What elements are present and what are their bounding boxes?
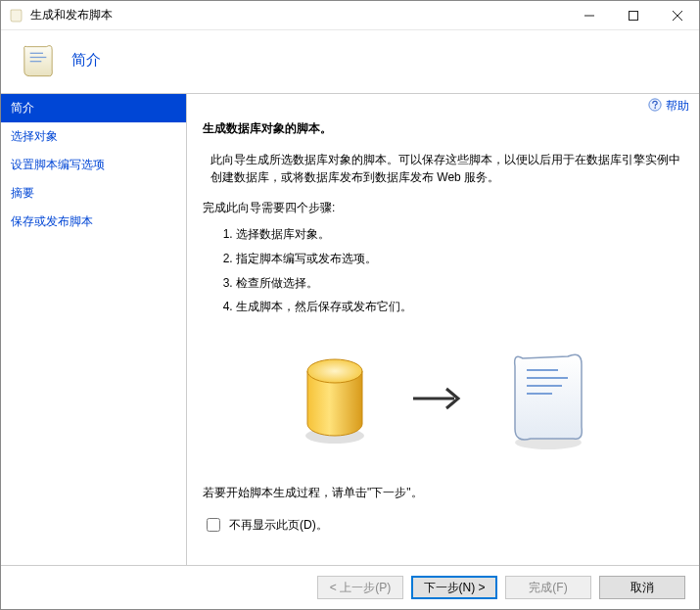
title-bar: 生成和发布脚本 (1, 1, 699, 30)
window-controls (567, 1, 699, 30)
sidebar-item-choose-objects[interactable]: 选择对象 (1, 122, 186, 151)
dont-show-again-input[interactable] (207, 518, 220, 532)
steps-heading: 完成此向导需要四个步骤: (203, 200, 683, 216)
window-title: 生成和发布脚本 (30, 7, 567, 23)
script-icon (19, 40, 58, 79)
sidebar-item-save-publish[interactable]: 保存或发布脚本 (1, 208, 186, 236)
dont-show-again-checkbox[interactable]: 不再显示此页(D)。 (203, 515, 683, 535)
close-button[interactable] (655, 1, 699, 30)
help-icon (648, 98, 662, 115)
previous-button: < 上一步(P) (317, 576, 403, 599)
wizard-content: 帮助 生成数据库对象的脚本。 此向导生成所选数据库对象的脚本。可以保存这些脚本，… (187, 94, 699, 565)
svg-point-8 (654, 107, 656, 109)
checkbox-label: 不再显示此页(D)。 (229, 517, 328, 534)
sidebar-item-intro[interactable]: 简介 (1, 94, 186, 122)
page-heading: 简介 (71, 51, 101, 70)
wizard-body: 简介 选择对象 设置脚本编写选项 摘要 保存或发布脚本 帮助 (1, 93, 699, 565)
button-bar: < 上一步(P) 下一步(N) > 完成(F) 取消 (1, 565, 699, 609)
illustration (203, 345, 683, 455)
database-icon (296, 350, 374, 450)
finish-button: 完成(F) (505, 576, 591, 599)
wizard-header: 简介 (1, 30, 699, 93)
intro-paragraph: 此向导生成所选数据库对象的脚本。可以保存这些脚本，以便以后用于在数据库引擎实例中… (210, 151, 683, 186)
sidebar-item-set-options[interactable]: 设置脚本编写选项 (1, 151, 186, 179)
step-item: 指定脚本编写或发布选项。 (236, 251, 683, 267)
help-link[interactable]: 帮助 (648, 98, 689, 115)
content-title: 生成数据库对象的脚本。 (203, 120, 683, 137)
app-icon (9, 8, 24, 23)
step-item: 选择数据库对象。 (236, 226, 683, 243)
help-label: 帮助 (666, 98, 689, 115)
step-item: 检查所做选择。 (236, 275, 683, 292)
script-doc-icon (503, 345, 591, 455)
steps-list: 选择数据库对象。 指定脚本编写或发布选项。 检查所做选择。 生成脚本，然后保存或… (218, 226, 683, 315)
cancel-button[interactable]: 取消 (599, 576, 685, 599)
maximize-button[interactable] (611, 1, 655, 30)
sidebar-item-summary[interactable]: 摘要 (1, 179, 186, 208)
step-item: 生成脚本，然后保存或发布它们。 (236, 299, 683, 315)
svg-rect-1 (629, 11, 637, 20)
svg-point-10 (307, 359, 362, 383)
arrow-right-icon (409, 384, 468, 416)
wizard-steps-sidebar: 简介 选择对象 设置脚本编写选项 摘要 保存或发布脚本 (1, 94, 187, 565)
next-button[interactable]: 下一步(N) > (411, 576, 497, 599)
start-hint: 若要开始脚本生成过程，请单击"下一步"。 (203, 485, 683, 501)
wizard-window: 生成和发布脚本 (0, 0, 700, 610)
minimize-button[interactable] (567, 1, 611, 30)
